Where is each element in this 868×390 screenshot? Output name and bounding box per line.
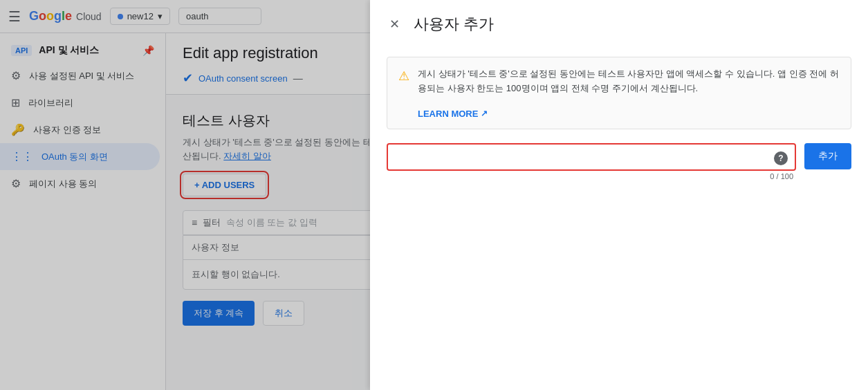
close-button[interactable]: ✕ bbox=[387, 14, 403, 35]
panel-title: 사용자 추가 bbox=[414, 14, 494, 35]
panel-header: ✕ 사용자 추가 bbox=[370, 0, 868, 46]
char-count: 0 / 100 bbox=[387, 171, 796, 183]
warning-box: ⚠ 게시 상태가 '테스트 중'으로 설정된 동안에는 테스트 사용자만 앱에 … bbox=[387, 57, 851, 129]
input-group: ? 0 / 100 추가 bbox=[387, 143, 851, 183]
help-icon[interactable]: ? bbox=[774, 151, 788, 165]
learn-more-link[interactable]: LEARN MORE ↗ bbox=[418, 109, 488, 119]
add-button[interactable]: 추가 bbox=[804, 143, 851, 169]
warning-icon: ⚠ bbox=[398, 68, 409, 119]
email-input-container: ? 0 / 100 bbox=[387, 143, 796, 183]
external-link-icon: ↗ bbox=[481, 109, 488, 118]
close-icon: ✕ bbox=[389, 17, 400, 31]
learn-more-label: LEARN MORE bbox=[418, 109, 478, 119]
side-panel: ✕ 사용자 추가 ⚠ 게시 상태가 '테스트 중'으로 설정된 동안에는 테스트… bbox=[370, 0, 868, 390]
warning-content: 게시 상태가 '테스트 중'으로 설정된 동안에는 테스트 사용자만 앱에 액세… bbox=[418, 67, 840, 119]
email-input[interactable] bbox=[388, 145, 795, 169]
panel-body: ⚠ 게시 상태가 '테스트 중'으로 설정된 동안에는 테스트 사용자만 앱에 … bbox=[370, 46, 868, 390]
email-input-wrapper: ? bbox=[387, 143, 796, 171]
warning-text: 게시 상태가 '테스트 중'으로 설정된 동안에는 테스트 사용자만 앱에 액세… bbox=[418, 67, 840, 96]
